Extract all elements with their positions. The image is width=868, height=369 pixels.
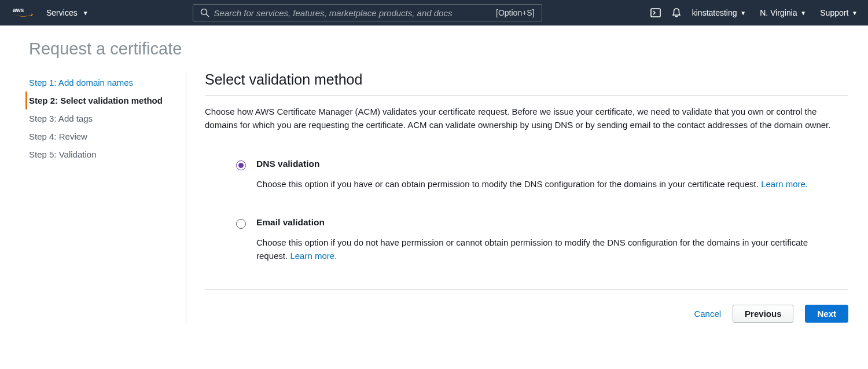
main-heading: Select validation method bbox=[205, 71, 848, 96]
caret-down-icon: ▼ bbox=[799, 10, 807, 16]
wizard-sidebar: Step 1: Add domain names Step 2: Select … bbox=[25, 71, 186, 323]
option-title: DNS validation bbox=[256, 159, 808, 169]
nav-right: kinstatesting ▼ N. Virginia ▼ Support ▼ bbox=[692, 8, 858, 17]
radio-dns-validation[interactable] bbox=[236, 160, 246, 170]
search-bar[interactable]: [Option+S] bbox=[193, 4, 542, 21]
support-label: Support bbox=[820, 8, 848, 17]
services-menu[interactable]: Services ▼ bbox=[46, 8, 89, 17]
next-button[interactable]: Next bbox=[805, 305, 848, 323]
top-nav: aws Services ▼ [Option+S] kinstatesting … bbox=[0, 0, 868, 25]
cloudshell-icon[interactable] bbox=[650, 8, 661, 18]
radio-email-validation[interactable] bbox=[236, 219, 246, 229]
option-title: Email validation bbox=[256, 217, 837, 228]
main-panel: Select validation method Choose how AWS … bbox=[186, 71, 848, 323]
option-desc: Choose this option if you have or can ob… bbox=[256, 177, 808, 191]
account-label: kinstatesting bbox=[692, 8, 737, 17]
svg-point-1 bbox=[201, 9, 207, 15]
account-menu[interactable]: kinstatesting ▼ bbox=[692, 8, 746, 17]
option-email-validation: Email validation Choose this option if y… bbox=[236, 217, 848, 263]
wizard-step-2[interactable]: Step 2: Select validation method bbox=[25, 92, 186, 109]
caret-down-icon: ▼ bbox=[850, 10, 858, 16]
learn-more-link[interactable]: Learn more. bbox=[290, 251, 337, 261]
caret-down-icon: ▼ bbox=[83, 10, 89, 16]
option-dns-validation: DNS validation Choose this option if you… bbox=[236, 159, 848, 191]
page-title: Request a certificate bbox=[0, 25, 868, 71]
notifications-icon[interactable] bbox=[671, 8, 682, 18]
aws-logo[interactable]: aws bbox=[13, 6, 34, 19]
learn-more-link[interactable]: Learn more. bbox=[761, 179, 808, 189]
content-wrap: Step 1: Add domain names Step 2: Select … bbox=[0, 71, 868, 323]
wizard-footer: Cancel Previous Next bbox=[205, 289, 848, 323]
intro-text: Choose how AWS Certificate Manager (ACM)… bbox=[205, 105, 848, 132]
svg-line-2 bbox=[206, 14, 209, 17]
search-shortcut-hint: [Option+S] bbox=[496, 8, 535, 17]
wizard-step-3[interactable]: Step 3: Add tags bbox=[25, 109, 186, 127]
previous-button[interactable]: Previous bbox=[733, 305, 793, 323]
validation-options: DNS validation Choose this option if you… bbox=[205, 159, 848, 263]
wizard-step-1[interactable]: Step 1: Add domain names bbox=[25, 74, 186, 92]
nav-icons bbox=[650, 8, 682, 18]
support-menu[interactable]: Support ▼ bbox=[820, 8, 858, 17]
wizard-step-4[interactable]: Step 4: Review bbox=[25, 127, 186, 145]
services-label: Services bbox=[46, 8, 78, 17]
region-label: N. Virginia bbox=[760, 8, 797, 17]
wizard-step-5[interactable]: Step 5: Validation bbox=[25, 145, 186, 163]
region-menu[interactable]: N. Virginia ▼ bbox=[760, 8, 806, 17]
search-input[interactable] bbox=[209, 8, 496, 18]
search-icon bbox=[200, 8, 209, 17]
caret-down-icon: ▼ bbox=[739, 10, 746, 16]
option-desc: Choose this option if you do not have pe… bbox=[256, 236, 837, 263]
svg-text:aws: aws bbox=[13, 7, 24, 13]
cancel-button[interactable]: Cancel bbox=[694, 309, 721, 319]
